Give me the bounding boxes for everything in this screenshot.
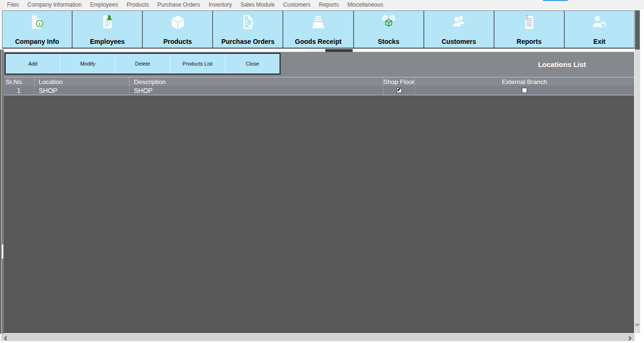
menu-item-products[interactable]: Products	[122, 1, 153, 8]
locations-table-header: Sr.No. Location Description Shop Floor E…	[4, 77, 634, 86]
column-header-external-branch[interactable]: External Branch	[414, 77, 634, 86]
reports-button[interactable]: Reports	[495, 11, 565, 48]
shop-floor-checkbox[interactable]	[396, 88, 402, 93]
company-info-icon: i	[27, 13, 48, 34]
cell-sr-no: 1	[4, 86, 34, 95]
list-background-panel	[4, 95, 634, 333]
add-button[interactable]: Add	[6, 54, 60, 74]
purchase-orders-button[interactable]: Purchase Orders	[213, 11, 283, 48]
products-button[interactable]: Products	[143, 11, 213, 48]
column-header-sr-no[interactable]: Sr.No.	[4, 77, 34, 86]
modify-button[interactable]: Modify	[60, 54, 115, 74]
page-title: Locations List	[491, 52, 633, 77]
stocks-button[interactable]: Stocks	[354, 11, 424, 48]
menu-item-miscellaneous[interactable]: Miscellaneous	[343, 1, 388, 8]
purchase-orders-icon	[238, 13, 258, 34]
table-row[interactable]: 1 SHOP SHOP	[4, 86, 634, 95]
left-scrollbar-thumb[interactable]	[2, 244, 3, 259]
column-header-description[interactable]: Description	[129, 77, 383, 86]
stocks-label: Stocks	[378, 38, 399, 45]
goods-receipt-icon	[308, 13, 329, 34]
exit-icon	[589, 13, 610, 34]
employees-button[interactable]: Employees	[73, 11, 143, 48]
action-button-group: Add Modify Delete Products List Close	[5, 53, 281, 75]
goods-receipt-label: Goods Receipt	[295, 38, 342, 45]
menu-item-reports[interactable]: Reports	[315, 1, 343, 8]
scroll-down-icon[interactable]	[635, 320, 640, 328]
exit-button[interactable]: Exit	[565, 11, 634, 48]
products-label: Products	[163, 38, 192, 45]
external-branch-checkbox[interactable]	[522, 88, 527, 93]
cell-shop-floor	[383, 86, 414, 95]
customers-icon	[448, 13, 469, 34]
purchase-orders-label: Purchase Orders	[221, 38, 274, 45]
menu-item-customers[interactable]: Customers	[279, 1, 315, 8]
vertical-scrollbar-thumb[interactable]	[635, 10, 640, 50]
employees-icon	[97, 13, 118, 34]
products-list-button[interactable]: Products List	[170, 54, 225, 74]
company-info-label: Company Info	[15, 38, 59, 45]
main-toolbar: i Company Info Employees	[2, 10, 635, 49]
products-icon	[167, 13, 188, 34]
menu-item-company-information[interactable]: Company Information	[23, 1, 86, 8]
reports-label: Reports	[517, 38, 542, 45]
vertical-scrollbar[interactable]	[635, 10, 640, 333]
column-header-location[interactable]: Location	[34, 77, 129, 86]
menu-item-sales-module[interactable]: Sales Module	[236, 1, 279, 8]
left-scrollbar-track	[1, 50, 2, 334]
stocks-icon	[378, 13, 399, 34]
app-window: { "menu_bar": { "items": ["Files", "Comp…	[0, 0, 644, 343]
cell-location: SHOP	[34, 86, 129, 95]
customers-button[interactable]: Customers	[424, 11, 495, 48]
goods-receipt-button[interactable]: Goods Receipt	[283, 11, 354, 48]
menu-item-purchase-orders[interactable]: Purchase Orders	[153, 1, 205, 8]
horizontal-scrollbar[interactable]	[1, 334, 635, 341]
menu-item-inventory[interactable]: Inventory	[205, 1, 236, 8]
scroll-right-icon[interactable]	[627, 335, 632, 343]
column-header-shop-floor[interactable]: Shop Floor	[383, 77, 414, 86]
employees-label: Employees	[90, 38, 125, 45]
svg-text:i: i	[39, 21, 40, 26]
menu-bar: Files Company Information Employees Prod…	[0, 0, 644, 9]
exit-label: Exit	[594, 38, 606, 45]
reports-icon	[519, 13, 539, 34]
customers-label: Customers	[442, 38, 476, 45]
delete-button[interactable]: Delete	[116, 54, 170, 74]
left-scrollbar[interactable]	[0, 50, 4, 334]
menu-item-files[interactable]: Files	[3, 1, 23, 8]
close-button[interactable]: Close	[225, 54, 280, 74]
menu-item-employees[interactable]: Employees	[86, 1, 122, 8]
action-bar: Add Modify Delete Products List Close Lo…	[4, 52, 634, 77]
company-info-button[interactable]: i Company Info	[2, 11, 73, 48]
cell-description: SHOP	[129, 86, 383, 95]
focus-accent-line	[543, 0, 568, 1]
scroll-left-icon[interactable]	[3, 335, 8, 343]
cell-external-branch	[414, 86, 634, 95]
